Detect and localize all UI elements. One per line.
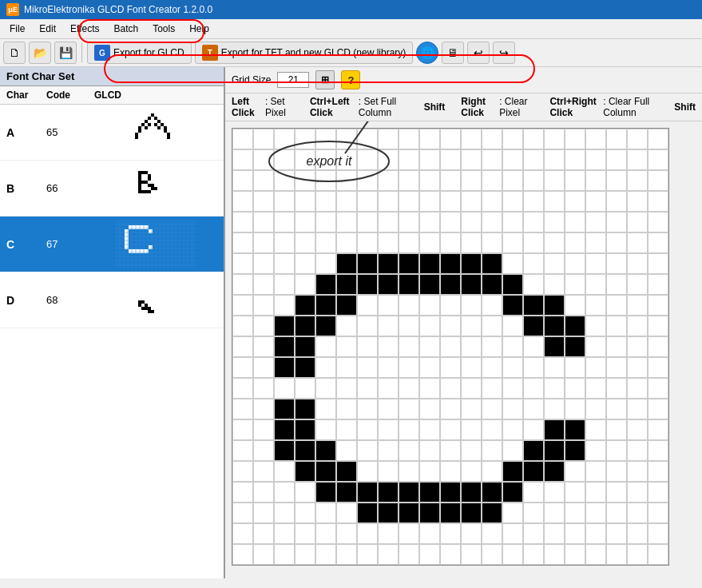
grid-cell[interactable] — [627, 503, 648, 523]
grid-cell[interactable] — [232, 129, 253, 149]
grid-cell[interactable] — [295, 336, 315, 357]
grid-cell[interactable] — [523, 482, 544, 503]
grid-cell[interactable] — [295, 253, 315, 274]
grid-cell[interactable] — [461, 544, 482, 565]
grid-cell[interactable] — [606, 149, 627, 170]
grid-cell[interactable] — [606, 295, 627, 316]
grid-cell[interactable] — [440, 232, 461, 253]
char-row-C[interactable]: C 67 — [0, 217, 224, 272]
grid-cell[interactable] — [419, 357, 440, 378]
grid-cell[interactable] — [648, 316, 668, 336]
grid-cell[interactable] — [336, 129, 357, 149]
grid-cell[interactable] — [606, 357, 627, 378]
grid-cell[interactable] — [440, 440, 461, 461]
grid-cell[interactable] — [399, 295, 419, 316]
grid-cell[interactable] — [585, 440, 606, 461]
grid-cell[interactable] — [544, 253, 565, 274]
grid-cell[interactable] — [544, 378, 565, 399]
menu-edit[interactable]: Edit — [33, 21, 62, 37]
grid-cell[interactable] — [502, 191, 523, 212]
grid-cell[interactable] — [648, 482, 668, 503]
grid-cell[interactable] — [419, 170, 440, 191]
grid-cell[interactable] — [295, 419, 315, 440]
grid-cell[interactable] — [274, 482, 295, 503]
grid-cell[interactable] — [502, 419, 523, 440]
grid-cell[interactable] — [232, 461, 253, 482]
grid-cell[interactable] — [523, 419, 544, 440]
grid-cell[interactable] — [461, 274, 482, 295]
grid-cell[interactable] — [378, 170, 399, 191]
grid-cell[interactable] — [399, 399, 419, 419]
grid-cell[interactable] — [357, 503, 378, 523]
grid-cell[interactable] — [585, 316, 606, 336]
grid-cell[interactable] — [378, 461, 399, 482]
grid-cell[interactable] — [399, 191, 419, 212]
grid-cell[interactable] — [648, 336, 668, 357]
grid-cell[interactable] — [419, 274, 440, 295]
grid-cell[interactable] — [585, 295, 606, 316]
grid-cell[interactable] — [461, 461, 482, 482]
grid-cell[interactable] — [648, 523, 668, 544]
grid-cell[interactable] — [482, 357, 502, 378]
grid-cell[interactable] — [502, 336, 523, 357]
grid-cell[interactable] — [606, 274, 627, 295]
grid-cell[interactable] — [544, 336, 565, 357]
grid-cell[interactable] — [274, 544, 295, 565]
grid-cell[interactable] — [627, 461, 648, 482]
grid-cell[interactable] — [232, 170, 253, 191]
grid-cell[interactable] — [502, 253, 523, 274]
grid-cell[interactable] — [648, 544, 668, 565]
grid-cell[interactable] — [461, 149, 482, 170]
grid-cell[interactable] — [295, 378, 315, 399]
grid-cell[interactable] — [440, 336, 461, 357]
grid-cell[interactable] — [544, 482, 565, 503]
grid-cell[interactable] — [606, 316, 627, 336]
grid-cell[interactable] — [544, 461, 565, 482]
grid-cell[interactable] — [378, 316, 399, 336]
grid-cell[interactable] — [523, 129, 544, 149]
grid-cell[interactable] — [419, 129, 440, 149]
grid-cell[interactable] — [648, 232, 668, 253]
grid-cell[interactable] — [232, 544, 253, 565]
grid-cell[interactable] — [585, 523, 606, 544]
grid-cell[interactable] — [523, 336, 544, 357]
grid-cell[interactable] — [440, 191, 461, 212]
grid-cell[interactable] — [232, 336, 253, 357]
grid-cell[interactable] — [544, 232, 565, 253]
grid-cell[interactable] — [295, 274, 315, 295]
grid-cell[interactable] — [378, 149, 399, 170]
grid-cell[interactable] — [253, 212, 274, 232]
grid-cell[interactable] — [565, 378, 585, 399]
grid-cell[interactable] — [253, 253, 274, 274]
grid-cell[interactable] — [627, 253, 648, 274]
grid-cell[interactable] — [482, 295, 502, 316]
grid-cell[interactable] — [627, 357, 648, 378]
grid-cell[interactable] — [461, 191, 482, 212]
grid-cell[interactable] — [357, 253, 378, 274]
grid-cell[interactable] — [648, 149, 668, 170]
grid-cell[interactable] — [565, 544, 585, 565]
grid-cell[interactable] — [502, 482, 523, 503]
grid-cell[interactable] — [357, 419, 378, 440]
grid-cell[interactable] — [274, 378, 295, 399]
grid-cell[interactable] — [523, 399, 544, 419]
grid-cell[interactable] — [523, 378, 544, 399]
grid-cell[interactable] — [274, 295, 295, 316]
grid-cell[interactable] — [399, 232, 419, 253]
grid-cell[interactable] — [648, 274, 668, 295]
toolbar-open-btn[interactable]: 📂 — [29, 42, 51, 64]
grid-cell[interactable] — [648, 378, 668, 399]
grid-cell[interactable] — [336, 170, 357, 191]
grid-cell[interactable] — [357, 129, 378, 149]
grid-cell[interactable] — [274, 419, 295, 440]
grid-cell[interactable] — [315, 274, 336, 295]
grid-cell[interactable] — [232, 316, 253, 336]
grid-cell[interactable] — [606, 170, 627, 191]
grid-cell[interactable] — [482, 440, 502, 461]
grid-cell[interactable] — [523, 232, 544, 253]
grid-cell[interactable] — [544, 316, 565, 336]
grid-cell[interactable] — [461, 357, 482, 378]
export-tft-btn[interactable]: T Export for TFT and new GLCD (new libra… — [195, 42, 414, 64]
grid-cell[interactable] — [274, 336, 295, 357]
grid-cell[interactable] — [502, 274, 523, 295]
